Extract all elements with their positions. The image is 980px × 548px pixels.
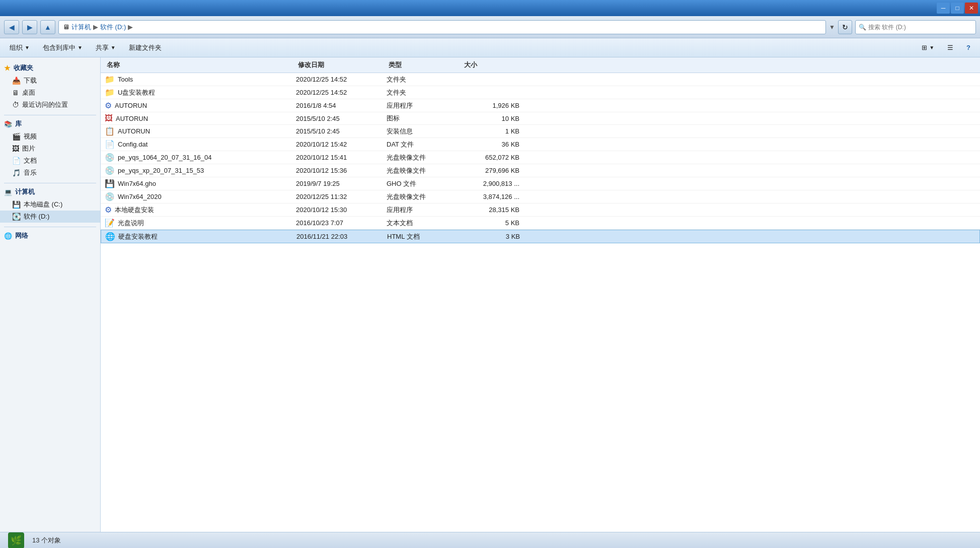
maximize-button[interactable]: □ — [951, 3, 964, 14]
file-modified: 2015/5/10 2:45 — [296, 115, 387, 122]
view-details-button[interactable]: ☰ — [942, 41, 959, 55]
table-row[interactable]: 📋 AUTORUN 2015/5/10 2:45 安装信息 1 KB — [101, 125, 980, 138]
include-library-button[interactable]: 包含到库中 ▼ — [37, 41, 88, 55]
file-size: 36 KB — [462, 141, 527, 148]
table-row[interactable]: ⚙ AUTORUN 2016/1/8 4:54 应用程序 1,926 KB — [101, 99, 980, 112]
file-type: 应用程序 — [387, 101, 462, 110]
file-name-cell: 💿 Win7x64_2020 — [105, 192, 296, 201]
sidebar-item-desktop[interactable]: 🖥 桌面 — [0, 87, 100, 99]
table-row[interactable]: ⚙ 本地硬盘安装 2020/10/12 15:30 应用程序 28,315 KB — [101, 203, 980, 217]
file-modified: 2020/10/12 15:41 — [296, 154, 387, 161]
table-row[interactable]: 💿 pe_yqs_xp_20_07_31_15_53 2020/10/12 15… — [101, 164, 980, 177]
file-name-cell: 💿 pe_yqs_1064_20_07_31_16_04 — [105, 153, 296, 162]
file-name-cell: 📁 U盘安装教程 — [105, 88, 296, 97]
file-type-icon: 💿 — [105, 192, 115, 201]
file-modified: 2016/1/8 4:54 — [296, 102, 387, 109]
new-folder-button[interactable]: 新建文件夹 — [123, 41, 167, 55]
refresh-button[interactable]: ↻ — [838, 20, 852, 34]
table-row[interactable]: 🖼 AUTORUN 2015/5/10 2:45 图标 10 KB — [101, 112, 980, 125]
col-header-type[interactable]: 类型 — [387, 59, 462, 71]
network-header[interactable]: 🌐 网络 — [0, 229, 100, 242]
file-name: Win7x64_2020 — [118, 193, 162, 200]
table-row[interactable]: 📝 光盘说明 2016/10/23 7:07 文本文档 5 KB — [101, 217, 980, 230]
file-name-cell: ⚙ 本地硬盘安装 — [105, 205, 296, 215]
search-input[interactable] — [868, 24, 972, 31]
pictures-icon: 🖼 — [12, 145, 19, 153]
dropdown-icon[interactable]: ▼ — [829, 24, 835, 31]
file-type: 安装信息 — [387, 127, 462, 136]
file-type-icon: 📄 — [105, 140, 115, 149]
file-size: 2,900,813 ... — [462, 180, 527, 187]
library-header[interactable]: 📚 库 — [0, 117, 100, 130]
file-size: 5 KB — [462, 219, 527, 227]
breadcrumb-bar[interactable]: 🖥 计算机 ▶ 软件 (D:) ▶ — [58, 20, 826, 34]
file-modified: 2020/12/25 11:32 — [296, 193, 387, 200]
file-type: 光盘映像文件 — [387, 192, 462, 201]
music-icon: 🎵 — [12, 169, 21, 177]
col-header-name[interactable]: 名称 — [105, 59, 296, 71]
sidebar-item-c-drive[interactable]: 💾 本地磁盘 (C:) — [0, 198, 100, 211]
sidebar-item-d-drive[interactable]: 💽 软件 (D:) — [0, 211, 100, 223]
video-icon: 🎬 — [12, 132, 21, 141]
c-drive-icon: 💾 — [12, 200, 21, 209]
library-section: 📚 库 🎬 视频 🖼 图片 📄 文档 🎵 音乐 — [0, 117, 100, 179]
table-row[interactable]: 📄 Config.dat 2020/10/12 15:42 DAT 文件 36 … — [101, 138, 980, 151]
computer-header[interactable]: 💻 计算机 — [0, 185, 100, 198]
sidebar-item-documents[interactable]: 📄 文档 — [0, 155, 100, 167]
sidebar-item-recent[interactable]: ⏱ 最近访问的位置 — [0, 99, 100, 111]
sidebar-item-video[interactable]: 🎬 视频 — [0, 130, 100, 143]
divider-2 — [4, 183, 96, 183]
table-row[interactable]: 📁 U盘安装教程 2020/12/25 14:52 文件夹 — [101, 86, 980, 99]
main-layout: ★ 收藏夹 📥 下载 🖥 桌面 ⏱ 最近访问的位置 📚 库 — [0, 57, 980, 532]
col-header-modified[interactable]: 修改日期 — [296, 59, 387, 71]
search-bar[interactable]: 🔍 — [855, 20, 976, 34]
file-name-cell: ⚙ AUTORUN — [105, 101, 296, 110]
breadcrumb-computer[interactable]: 计算机 — [71, 23, 91, 32]
new-folder-label: 新建文件夹 — [129, 43, 162, 52]
table-row[interactable]: 💿 Win7x64_2020 2020/12/25 11:32 光盘映像文件 3… — [101, 190, 980, 203]
sidebar-item-pictures[interactable]: 🖼 图片 — [0, 143, 100, 155]
table-row[interactable]: 📁 Tools 2020/12/25 14:52 文件夹 — [101, 73, 980, 86]
close-button[interactable]: ✕ — [965, 3, 978, 14]
computer-section: 💻 计算机 💾 本地磁盘 (C:) 💽 软件 (D:) — [0, 185, 100, 223]
file-name-cell: 🌐 硬盘安装教程 — [105, 232, 296, 241]
view-details-icon: ☰ — [947, 44, 953, 51]
include-library-label: 包含到库中 — [43, 43, 76, 52]
library-icon: 📚 — [4, 120, 12, 128]
network-label: 网络 — [15, 231, 28, 240]
file-size: 3 KB — [463, 233, 528, 240]
status-app-icon: 🌿 — [8, 532, 24, 549]
title-bar: ─ □ ✕ — [0, 0, 980, 16]
file-type: DAT 文件 — [387, 140, 462, 149]
desktop-icon: 🖥 — [12, 89, 19, 97]
breadcrumb-drive[interactable]: 软件 (D:) — [100, 23, 126, 32]
network-icon: 🌐 — [4, 232, 12, 240]
table-row[interactable]: 💿 pe_yqs_1064_20_07_31_16_04 2020/10/12 … — [101, 151, 980, 164]
file-name: AUTORUN — [116, 115, 148, 122]
file-name-cell: 📄 Config.dat — [105, 140, 296, 149]
organize-button[interactable]: 组织 ▼ — [4, 41, 35, 55]
file-name: pe_yqs_xp_20_07_31_15_53 — [118, 167, 204, 174]
table-row[interactable]: 💾 Win7x64.gho 2019/9/7 19:25 GHO 文件 2,90… — [101, 177, 980, 190]
file-modified: 2016/11/21 22:03 — [296, 233, 387, 240]
sidebar-item-music[interactable]: 🎵 音乐 — [0, 167, 100, 179]
back-button[interactable]: ◀ — [4, 20, 19, 34]
up-button[interactable]: ▲ — [40, 20, 55, 34]
help-button[interactable]: ? — [961, 41, 976, 55]
sidebar-item-download[interactable]: 📥 下载 — [0, 75, 100, 87]
table-row[interactable]: 🌐 硬盘安装教程 2016/11/21 22:03 HTML 文档 3 KB — [101, 230, 980, 243]
documents-icon: 📄 — [12, 157, 21, 165]
favorites-header[interactable]: ★ 收藏夹 — [0, 61, 100, 75]
minimize-button[interactable]: ─ — [937, 3, 950, 14]
share-button[interactable]: 共享 ▼ — [90, 41, 121, 55]
divider-1 — [4, 115, 96, 115]
recent-icon: ⏱ — [12, 101, 19, 109]
file-type: 图标 — [387, 114, 462, 123]
breadcrumb-separator: ▶ — [93, 23, 98, 31]
window-controls: ─ □ ✕ — [937, 3, 978, 14]
organize-dropdown-icon: ▼ — [25, 45, 30, 50]
col-header-size[interactable]: 大小 — [462, 59, 527, 71]
forward-button[interactable]: ▶ — [22, 20, 37, 34]
breadcrumb-icon: 🖥 — [63, 23, 69, 31]
view-button[interactable]: ⊞ ▼ — [916, 41, 940, 55]
